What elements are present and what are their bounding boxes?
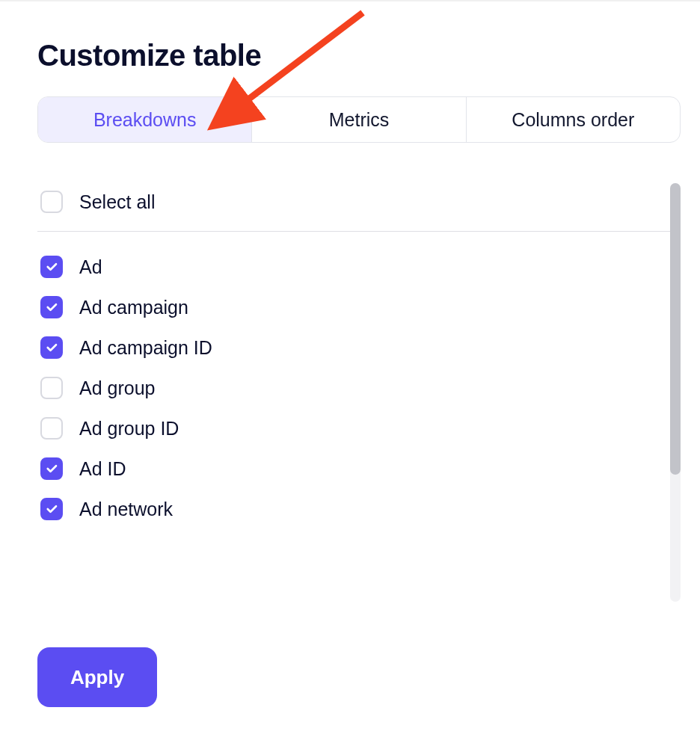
- breakdown-label: Ad campaign ID: [79, 337, 212, 359]
- breakdown-label: Ad network: [79, 499, 173, 520]
- breakdown-checkbox[interactable]: [40, 377, 63, 399]
- breakdown-row: Ad network: [37, 489, 672, 529]
- tab-breakdowns[interactable]: Breakdowns: [38, 97, 252, 142]
- breakdown-label: Ad group ID: [79, 418, 179, 440]
- select-all-label: Select all: [79, 191, 155, 213]
- breakdowns-list: Select all Ad Ad campaign Ad campaig: [37, 182, 672, 604]
- tab-label: Metrics: [329, 109, 390, 131]
- tab-label: Columns order: [512, 109, 634, 131]
- breakdown-label: Ad: [79, 256, 102, 278]
- tab-columns-order[interactable]: Columns order: [467, 97, 680, 142]
- check-icon: [45, 462, 58, 475]
- page-title: Customize table: [37, 39, 663, 73]
- select-all-checkbox[interactable]: [40, 191, 63, 213]
- apply-button-label: Apply: [70, 666, 124, 688]
- check-icon: [45, 300, 58, 314]
- apply-button[interactable]: Apply: [37, 647, 157, 707]
- breakdown-checkbox[interactable]: [40, 256, 63, 278]
- breakdown-checkbox[interactable]: [40, 336, 63, 359]
- tab-metrics[interactable]: Metrics: [252, 97, 466, 142]
- tab-label: Breakdowns: [93, 109, 197, 131]
- check-icon: [45, 260, 58, 274]
- breakdown-label: Ad ID: [79, 458, 126, 480]
- breakdown-checkbox[interactable]: [40, 417, 63, 440]
- breakdown-checkbox[interactable]: [40, 498, 63, 520]
- select-all-row: Select all: [37, 182, 672, 231]
- breakdown-row: Ad campaign: [37, 287, 672, 327]
- breakdown-row: Ad group: [37, 368, 672, 408]
- tabs: Breakdowns Metrics Columns order: [37, 96, 681, 143]
- check-icon: [45, 502, 58, 516]
- breakdowns-list-container: Select all Ad Ad campaign Ad campaig: [37, 182, 681, 604]
- scrollbar-thumb[interactable]: [670, 183, 681, 475]
- breakdown-label: Ad campaign: [79, 297, 188, 318]
- customize-table-panel: Customize table Breakdowns Metrics Colum…: [0, 0, 700, 740]
- check-icon: [45, 341, 58, 354]
- breakdown-row: Ad group ID: [37, 408, 672, 448]
- breakdown-row: Ad ID: [37, 448, 672, 489]
- breakdown-checkbox[interactable]: [40, 296, 63, 318]
- breakdown-row: Ad: [37, 247, 672, 287]
- breakdown-checkbox[interactable]: [40, 457, 63, 480]
- divider: [37, 231, 672, 232]
- breakdown-label: Ad group: [79, 377, 155, 399]
- breakdown-row: Ad campaign ID: [37, 327, 672, 368]
